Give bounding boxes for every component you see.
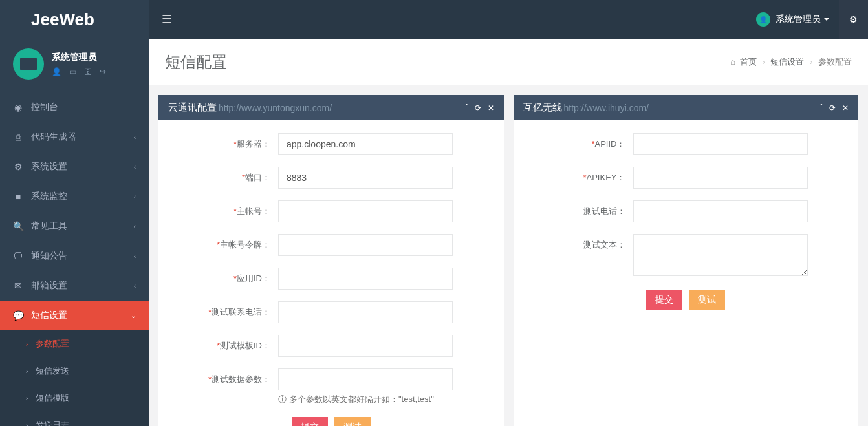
test-text-textarea[interactable] (633, 234, 808, 276)
home-icon: ⌂ (730, 57, 735, 67)
id-card-icon[interactable]: ▭ (69, 67, 76, 76)
test-button[interactable]: 测试 (334, 417, 371, 426)
test-button[interactable]: 测试 (689, 290, 725, 310)
panel-subtitle: http://www.yuntongxun.com/ (219, 103, 332, 113)
camera-icon: ■ (12, 191, 25, 202)
label-test-phone: *测试联系电话： (175, 301, 278, 318)
chevron-right-icon: › (26, 341, 28, 348)
refresh-icon[interactable]: ⟳ (829, 103, 836, 112)
sidebar-item-label: 短信设置 (31, 310, 131, 321)
chevron-left-icon: ‹ (134, 282, 136, 290)
label-account: *主帐号： (175, 200, 278, 217)
sidebar-item-sms-settings[interactable]: 💬 短信设置 ⌄ (0, 301, 149, 330)
sidebar-item-label: 系统设置 (31, 161, 134, 173)
collapse-icon[interactable]: ˆ (820, 103, 823, 112)
user-icon[interactable]: 👤 (52, 67, 61, 76)
sidebar-subitem-send-log[interactable]: › 发送日志 (0, 412, 149, 426)
chat-icon: 💬 (12, 310, 25, 321)
page-title: 短信配置 (165, 52, 227, 72)
apikey-input[interactable] (633, 167, 808, 189)
header-right: 👤 系统管理员 ⚙ (746, 0, 868, 39)
chevron-left-icon: ‹ (134, 134, 136, 141)
close-icon[interactable]: ✕ (488, 103, 494, 112)
sidebar-item-mail-settings[interactable]: ✉ 邮箱设置 ‹ (0, 271, 149, 301)
breadcrumb: ⌂ 首页 › 短信设置 › 参数配置 (730, 56, 852, 68)
chevron-left-icon: ‹ (134, 223, 136, 230)
test-phone-input[interactable] (278, 301, 453, 323)
sidebar-item-label: 通知公告 (31, 250, 134, 262)
panel-title: 云通讯配置 (168, 101, 217, 114)
sidebar-item-system-settings[interactable]: ⚙ 系统设置 ‹ (0, 152, 149, 182)
sidebar-item-console[interactable]: ◉ 控制台 (0, 92, 149, 122)
chevron-left-icon: ‹ (134, 193, 136, 200)
user-name-label: 系统管理员 (776, 14, 821, 25)
sidebar-item-common-tools[interactable]: 🔍 常见工具 ‹ (0, 211, 149, 241)
gear-icon: ⚙ (12, 162, 25, 172)
chevron-right-icon: › (26, 422, 28, 427)
close-icon[interactable]: ✕ (842, 103, 849, 112)
port-input[interactable] (278, 167, 453, 189)
sidebar-item-system-monitor[interactable]: ■ 系统监控 ‹ (0, 182, 149, 211)
sidebar-item-label: 常见工具 (31, 220, 134, 232)
submit-button[interactable]: 提交 (292, 417, 328, 426)
monitor-icon: 🖵 (12, 251, 25, 261)
panel-title: 互亿无线 (523, 101, 562, 114)
chevron-right-icon: › (26, 368, 28, 375)
panel-ihuyi: 互亿无线 http://www.ihuyi.com/ ˆ ⟳ ✕ *APIID：… (514, 95, 859, 426)
menu-toggle-button[interactable]: ☰ (149, 12, 185, 27)
token-input[interactable] (278, 234, 453, 256)
label-test-text: 测试文本： (530, 234, 633, 251)
logout-icon[interactable]: ↪ (100, 67, 106, 76)
chevron-right-icon: › (26, 395, 28, 402)
label-apiid: *APIID： (530, 133, 633, 150)
panel-heading: 云通讯配置 http://www.yuntongxun.com/ ˆ ⟳ ✕ (158, 95, 504, 120)
main-content: 短信配置 ⌂ 首页 › 短信设置 › 参数配置 云通讯配置 http://www… (149, 39, 868, 426)
breadcrumb-home[interactable]: 首页 (740, 57, 757, 67)
chevron-down-icon: ⌄ (131, 312, 136, 319)
top-header: JeeWeb ☰ 👤 系统管理员 ⚙ (0, 0, 868, 39)
label-token: *主帐号令牌： (175, 234, 278, 251)
chevron-left-icon: ‹ (134, 253, 136, 260)
label-test-template: *测试模板ID： (175, 335, 278, 352)
profile-block: 系统管理员 👤 ▭ ⚿ ↪ (0, 39, 149, 92)
sidebar-subitem-sms-template[interactable]: › 短信模版 (0, 385, 149, 412)
key-icon[interactable]: ⚿ (84, 67, 92, 76)
label-appid: *应用ID： (175, 268, 278, 284)
apiid-input[interactable] (633, 133, 808, 155)
chevron-left-icon: ‹ (134, 164, 136, 171)
refresh-icon[interactable]: ⟳ (475, 103, 481, 112)
submit-button[interactable]: 提交 (646, 290, 682, 310)
test-params-input[interactable] (278, 368, 453, 390)
label-apikey: *APIKEY： (530, 167, 633, 184)
sidebar-item-label: 代码生成器 (31, 131, 134, 143)
breadcrumb-sms[interactable]: 短信设置 (770, 57, 804, 67)
account-input[interactable] (278, 200, 453, 222)
profile-avatar (13, 48, 44, 80)
user-avatar-icon: 👤 (756, 12, 770, 27)
sidebar: 系统管理员 👤 ▭ ⚿ ↪ ◉ 控制台 ⎙ 代码生成器 ‹ ⚙ 系统设置 ‹ (0, 39, 149, 426)
help-text: ⓘ多个参数以英文都好隔开如："test,test" (278, 394, 453, 405)
caret-down-icon (824, 18, 829, 21)
sidebar-item-notices[interactable]: 🖵 通知公告 ‹ (0, 241, 149, 271)
sidebar-item-label: 发送日志 (36, 420, 69, 426)
server-input[interactable] (278, 133, 453, 155)
appid-input[interactable] (278, 268, 453, 290)
collapse-icon[interactable]: ˆ (466, 103, 468, 112)
settings-button[interactable]: ⚙ (839, 0, 868, 39)
sidebar-item-codegen[interactable]: ⎙ 代码生成器 ‹ (0, 122, 149, 152)
user-dropdown[interactable]: 👤 系统管理员 (746, 0, 839, 39)
sidebar-subitem-param-config[interactable]: › 参数配置 (0, 330, 149, 357)
sidebar-item-label: 短信发送 (36, 365, 69, 377)
info-icon: ⓘ (278, 394, 287, 404)
sidebar-subitem-sms-send[interactable]: › 短信发送 (0, 357, 149, 385)
brand-logo[interactable]: JeeWeb (0, 0, 149, 39)
panel-heading: 互亿无线 http://www.ihuyi.com/ ˆ ⟳ ✕ (514, 95, 859, 120)
mail-icon: ✉ (12, 281, 25, 291)
test-template-input[interactable] (278, 335, 453, 357)
label-server: *服务器： (175, 133, 278, 150)
label-test-phone2: 测试电话： (530, 200, 633, 217)
sidebar-item-label: 短信模版 (36, 392, 69, 404)
panel-subtitle: http://www.ihuyi.com/ (564, 103, 649, 113)
test-phone2-input[interactable] (633, 200, 808, 222)
dashboard-icon: ◉ (12, 102, 25, 112)
